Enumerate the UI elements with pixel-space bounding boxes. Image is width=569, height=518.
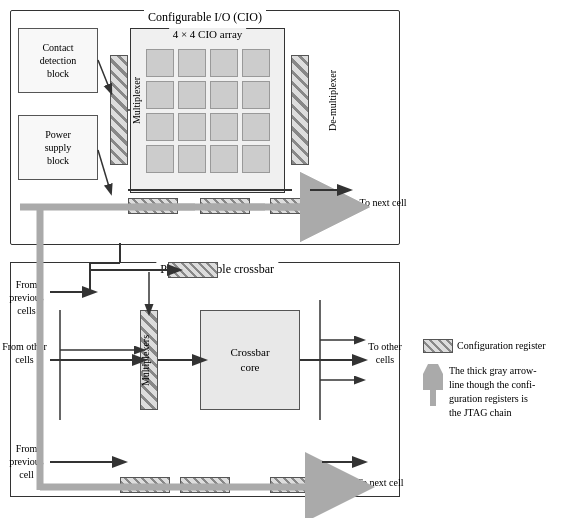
label-to-other-cells: To other cells (360, 340, 410, 366)
legend-arrow-label: The thick gray arrow-line though the con… (449, 364, 536, 420)
demultiplexer-label: De-multiplexer (327, 51, 338, 151)
label-from-previous-bot: From previous cell (4, 442, 49, 481)
legend-config-reg: Configuration register (423, 338, 555, 354)
grid-cell (146, 145, 174, 173)
contact-detection-block: Contactdetectionblock (18, 28, 98, 93)
crossbar-core-label: Crossbarcore (230, 345, 269, 376)
grid-cell (178, 145, 206, 173)
label-to-next-bot: To next cell (355, 476, 405, 489)
grid-cell (242, 113, 270, 141)
crossbar-multiplexers-label: Multiplexers (140, 321, 151, 401)
contact-block-label: Contactdetectionblock (40, 41, 77, 80)
config-reg-cio-1 (128, 198, 178, 214)
cio-grid (146, 49, 270, 173)
config-reg-bot-1 (120, 477, 170, 493)
grid-cell (210, 81, 238, 109)
legend-arrow-entry: The thick gray arrow-line though the con… (423, 364, 555, 420)
grid-cell (210, 49, 238, 77)
grid-cell (242, 145, 270, 173)
diagram: Configurable I/O (CIO) Contactdetectionb… (0, 0, 569, 518)
grid-cell (178, 49, 206, 77)
grid-cell (178, 113, 206, 141)
config-reg-bot-2 (180, 477, 230, 493)
demultiplexer (291, 55, 309, 165)
label-from-other-cells: From other cells (2, 340, 47, 366)
grid-cell (178, 81, 206, 109)
label-from-previous-top: From previous cells (4, 278, 49, 317)
cio-array-box: 4 × 4 CIO array (130, 28, 285, 193)
grid-cell (210, 113, 238, 141)
power-block-label: Powersupplyblock (45, 128, 72, 167)
power-supply-block: Powersupplyblock (18, 115, 98, 180)
grid-cell (242, 49, 270, 77)
legend-config-reg-icon (423, 339, 453, 353)
grid-cell (146, 113, 174, 141)
grid-cell (242, 81, 270, 109)
config-reg-cio-3 (270, 198, 320, 214)
crossbar-core: Crossbarcore (200, 310, 300, 410)
cio-label: Configurable I/O (CIO) (144, 10, 266, 25)
config-reg-cio-2 (200, 198, 250, 214)
multiplexer (110, 55, 128, 165)
legend: Configuration register The thick gray ar… (415, 330, 563, 428)
grid-cell (146, 49, 174, 77)
config-reg-bot-3 (270, 477, 320, 493)
grid-cell (210, 145, 238, 173)
legend-arrow-icon (423, 364, 443, 414)
multiplexer-label: Multiplexer (131, 61, 142, 141)
cio-array-label: 4 × 4 CIO array (169, 28, 247, 40)
config-reg-cb-1 (168, 262, 218, 278)
grid-cell (146, 81, 174, 109)
label-to-next-top: To next cell (358, 196, 408, 209)
legend-config-reg-label: Configuration register (457, 338, 546, 354)
